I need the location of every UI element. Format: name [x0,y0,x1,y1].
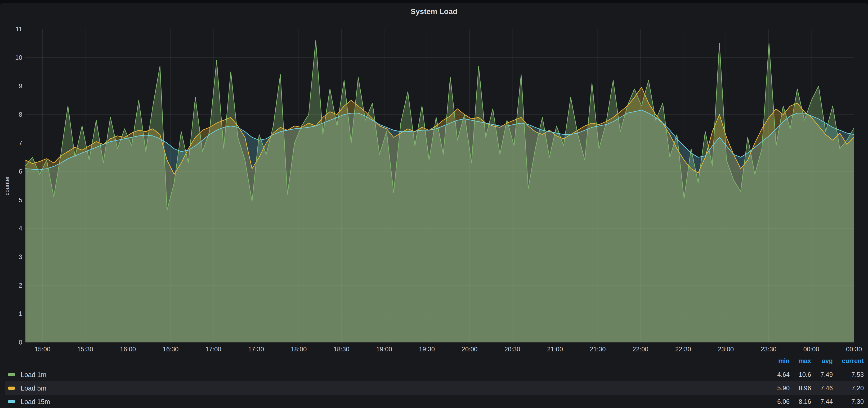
x-tick-label: 21:00 [539,346,571,353]
x-tick-label: 16:30 [155,346,186,353]
x-tick-label: 21:30 [582,346,614,353]
legend: minmaxavgcurrentLoad 1m4.6410.67.497.53L… [0,353,868,408]
legend-swatch-load-1m[interactable] [8,373,16,376]
legend-swatch-load-5m[interactable] [8,386,16,390]
y-tick-label: 11 [1,26,22,33]
y-tick-label: 6 [1,168,22,175]
legend-swatch-load-15m[interactable] [8,400,16,403]
legend-series-label[interactable]: Load 1m [21,371,46,379]
grafana-panel-page: System Load counter 01234567891011 15:00… [0,0,868,408]
x-tick-label: 23:00 [710,346,742,353]
legend-row-load-15m: Load 15m6.068.167.447.30 [0,395,868,408]
y-tick-label: 4 [1,225,22,232]
legend-row-load-1m: Load 1m4.6410.67.497.53 [0,368,868,381]
legend-row-load-5m: Load 5m5.908.967.467.20 [0,381,868,395]
x-tick-label: 20:30 [496,346,528,353]
x-tick-label: 19:00 [368,346,400,353]
legend-series-label[interactable]: Load 15m [21,398,50,406]
legend-series-label[interactable]: Load 5m [21,384,46,392]
x-tick-label: 00:00 [796,346,827,353]
x-tick-label: 18:00 [283,346,315,353]
x-tick-label: 23:30 [752,346,784,353]
x-tick-label: 18:30 [326,346,358,353]
y-tick-label: 3 [1,253,22,260]
x-tick-label: 00:30 [838,346,868,353]
legend-stat-current: 7.30 [824,398,864,405]
x-tick-label: 17:30 [240,346,272,353]
x-tick-label: 20:00 [454,346,485,353]
legend-header-current[interactable]: current [824,357,864,365]
y-tick-label: 10 [1,54,22,61]
y-tick-label: 0 [1,339,22,346]
legend-header: minmaxavgcurrent [0,353,868,364]
x-tick-label: 22:30 [667,346,699,353]
x-tick-label: 19:30 [411,346,443,353]
y-tick-label: 2 [1,282,22,289]
y-tick-label: 1 [1,310,22,317]
y-tick-label: 8 [1,111,22,118]
y-tick-label: 9 [1,82,22,90]
x-tick-label: 22:00 [625,346,656,353]
legend-row-highlight [5,381,860,395]
y-tick-label: 7 [1,140,22,146]
x-tick-label: 16:00 [112,346,144,353]
x-tick-label: 17:00 [197,346,229,353]
legend-stat-current: 7.53 [824,371,864,378]
x-tick-label: 15:00 [27,346,59,353]
legend-stat-current: 7.20 [824,384,864,392]
y-tick-label: 5 [1,197,22,203]
x-tick-label: 15:30 [69,346,101,353]
